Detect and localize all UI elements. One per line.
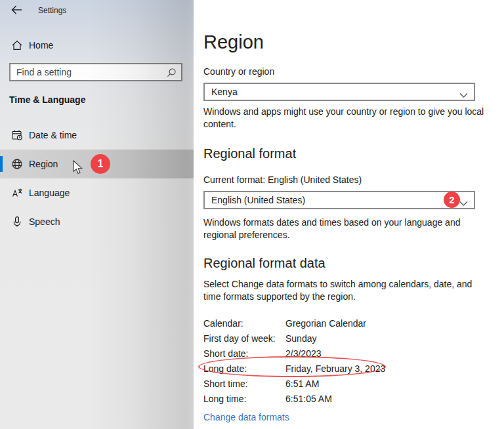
table-row-short-time: Short time: 6:51 AM <box>203 376 486 391</box>
row-label: Long time: <box>203 394 285 404</box>
search-icon <box>166 68 177 81</box>
sidebar-item-label: Speech <box>29 216 60 227</box>
country-dropdown-value: Kenya <box>211 87 238 97</box>
app-title: Settings <box>38 6 66 15</box>
sidebar-item-label: Language <box>29 188 70 198</box>
regional-format-heading: Regional format <box>203 146 296 161</box>
sidebar-item-label: Date & time <box>29 130 77 140</box>
regional-format-dropdown[interactable]: English (United States) <box>203 191 475 209</box>
row-value: 6:51 AM <box>285 378 319 389</box>
chevron-down-icon <box>459 90 468 100</box>
row-label: Short date: <box>203 348 285 359</box>
table-row-first-day: First day of week: Sunday <box>203 331 486 346</box>
sidebar-item-home[interactable]: Home <box>0 34 194 56</box>
regional-format-data-heading: Regional format data <box>203 256 326 271</box>
back-arrow-icon <box>10 5 23 17</box>
country-label: Country or region <box>203 66 274 77</box>
sidebar-item-language[interactable]: Language <box>0 178 194 207</box>
regional-format-dropdown-value: English (United States) <box>211 195 305 205</box>
current-format-label: Current format: English (United States) <box>203 174 362 185</box>
country-dropdown[interactable]: Kenya <box>203 83 475 101</box>
home-icon <box>11 39 23 54</box>
sidebar-item-date-time[interactable]: Date & time <box>0 121 194 150</box>
change-data-formats-link[interactable]: Change data formats <box>203 412 289 422</box>
format-data-table: Calendar: Gregorian Calendar First day o… <box>203 316 486 406</box>
table-row-long-time: Long time: 6:51:05 AM <box>203 391 486 406</box>
row-label: First day of week: <box>203 333 285 344</box>
region-settings-pane: Region Country or region Kenya Windows a… <box>194 0 504 429</box>
back-button[interactable] <box>7 2 26 19</box>
microphone-icon <box>11 216 23 230</box>
regional-format-description: Windows formats dates and times based on… <box>203 216 487 241</box>
globe-icon <box>11 158 23 173</box>
table-row-short-date: Short date: 2/3/2023 <box>203 346 486 361</box>
regional-format-data-description: Select Change data formats to switch amo… <box>203 278 487 303</box>
table-row-long-date: Long date: Friday, February 3, 2023 <box>203 361 486 376</box>
table-row-calendar: Calendar: Gregorian Calendar <box>203 316 486 331</box>
row-value: 6:51:05 AM <box>285 394 332 404</box>
country-description: Windows and apps might use your country … <box>203 106 487 131</box>
annotation-step2-badge: 2 <box>444 192 460 208</box>
row-value: Friday, February 3, 2023 <box>285 363 385 374</box>
chevron-down-icon <box>459 198 468 209</box>
settings-window: Settings Home Time & Language <box>0 0 504 429</box>
search-box <box>9 63 182 81</box>
sidebar: Settings Home Time & Language <box>0 0 194 429</box>
row-label: Short time: <box>203 378 285 389</box>
row-value: Sunday <box>285 333 316 344</box>
row-value: 2/3/2023 <box>285 348 322 359</box>
row-label: Long date: <box>203 363 285 374</box>
search-input[interactable] <box>10 64 181 80</box>
language-icon <box>11 187 23 201</box>
calendar-clock-icon <box>11 129 23 144</box>
sidebar-section-title: Time & Language <box>9 94 85 105</box>
sidebar-item-speech[interactable]: Speech <box>0 207 194 236</box>
page-title: Region <box>203 31 264 53</box>
sidebar-item-label: Region <box>29 159 58 169</box>
row-value: Gregorian Calendar <box>285 318 366 329</box>
home-label: Home <box>29 40 53 51</box>
row-label: Calendar: <box>203 318 285 329</box>
annotation-step1-badge: 1 <box>91 154 110 174</box>
